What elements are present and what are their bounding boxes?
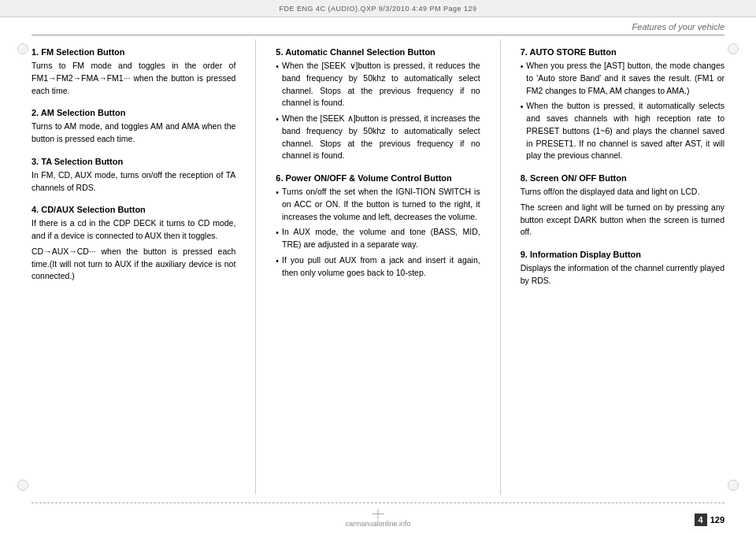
corner-circle-tl [17, 43, 28, 54]
sec7-bullet1: • When you press the [AST] button, the m… [521, 60, 724, 97]
sec8-title: 8. Screen ON/ OFF Button [521, 173, 724, 183]
section-info-display: 9. Information Display Button Displays t… [521, 250, 724, 287]
bullet-dot: • [276, 61, 279, 109]
sec1-body: Turns to FM mode and toggles in the orde… [32, 60, 235, 97]
sec1-text: Turns to FM mode and toggles in the orde… [32, 60, 235, 97]
sec8-text1: Turns off/on the displayed data and ligh… [521, 186, 724, 198]
right-column: 7. AUTO STORE Button • When you press th… [521, 39, 724, 495]
sec5-bullet1: • When the [SEEK ∨]button is pressed, it… [276, 60, 480, 109]
sec7-bullet1-text: When you press the [AST] button, the mod… [526, 60, 724, 97]
section-auto-store: 7. AUTO STORE Button • When you press th… [521, 47, 724, 162]
sec6-bullet3-text: If you pull out AUX from a jack and inse… [282, 254, 480, 280]
header-line [32, 35, 724, 35]
sec5-bullet1-text: When the [SEEK ∨]button is pressed, it r… [282, 60, 480, 109]
section-screen-onoff: 8. Screen ON/ OFF Button Turns off/on th… [521, 173, 724, 239]
sec9-title: 9. Information Display Button [521, 250, 724, 259]
sec6-bullet1-text: Turns on/off the set when the IGNI-TION … [282, 186, 480, 223]
bottom-dashed-line [32, 502, 724, 503]
bullet-dot: • [521, 101, 524, 162]
column-divider-2 [500, 39, 501, 495]
page-number: 129 [710, 515, 724, 525]
sec1-title: 1. FM Selection Button [32, 47, 235, 57]
sec4-text1: If there is a cd in the CDP DECK it turn… [32, 217, 235, 243]
sec6-bullet2-text: In AUX mode, the volume and tone (BASS, … [282, 226, 480, 251]
column-divider-1 [255, 39, 256, 495]
sec5-body: • When the [SEEK ∨]button is pressed, it… [276, 60, 480, 162]
sec5-bullet2: • When the [SEEK ∧]button is pressed, it… [276, 113, 480, 162]
page-number-area: 4 129 [695, 514, 724, 526]
sec4-body: If there is a cd in the CDP DECK it turn… [32, 217, 235, 283]
file-info: FDE ENG 4C (AUDIO).QXP 9/3/2010 4:49 PM … [280, 5, 477, 13]
section-auto-channel: 5. Automatic Channel Selection Button • … [276, 47, 480, 162]
sec6-title: 6. Power ON/OFF & Volume Control Button [276, 173, 480, 183]
sec4-title: 4. CD/AUX Selection Button [32, 205, 235, 214]
sec7-bullet2: • When the button is pressed, it automat… [521, 100, 724, 162]
sec7-body: • When you press the [AST] button, the m… [521, 60, 724, 162]
corner-circle-br [728, 480, 739, 491]
sec2-text: Turns to AM mode, and toggles AM and AMA… [32, 121, 235, 146]
sec9-text: Displays the information of the channel … [521, 262, 724, 287]
sec2-body: Turns to AM mode, and toggles AM and AMA… [32, 121, 235, 146]
sec7-bullet2-text: When the button is pressed, it automatic… [526, 100, 724, 162]
corner-circle-tr [728, 43, 739, 54]
sec3-body: In FM, CD, AUX mode, turns on/off the re… [32, 169, 235, 195]
sec5-title: 5. Automatic Channel Selection Button [276, 47, 480, 57]
sec6-bullet3: • If you pull out AUX from a jack and in… [276, 254, 480, 280]
sec5-bullet2-text: When the [SEEK ∧]button is pressed, it i… [282, 113, 480, 162]
bullet-dot: • [276, 255, 279, 280]
bottom-bar: 4 129 carmanualonline.info [0, 499, 756, 534]
sec7-title: 7. AUTO STORE Button [521, 47, 724, 57]
sec8-text2: The screen and light will be turned on b… [521, 202, 724, 239]
bullet-dot: • [276, 227, 279, 251]
sec6-bullet1: • Turns on/off the set when the IGNI-TIO… [276, 186, 480, 223]
bullet-dot: • [276, 187, 279, 223]
sec6-bullet2: • In AUX mode, the volume and tone (BASS… [276, 226, 480, 251]
middle-column: 5. Automatic Channel Selection Button • … [276, 39, 480, 495]
bullet-dot: • [276, 113, 279, 162]
corner-circle-bl [17, 480, 28, 491]
bullet-dot: • [521, 61, 524, 97]
top-bar: FDE ENG 4C (AUDIO).QXP 9/3/2010 4:49 PM … [0, 0, 756, 17]
content-area: 1. FM Selection Button Turns to FM mode … [32, 39, 724, 495]
sec4-text2: CD→AUX→CD··· when the button is pressed … [32, 246, 235, 283]
sec9-body: Displays the information of the channel … [521, 262, 724, 287]
section-power-volume: 6. Power ON/OFF & Volume Control Button … [276, 173, 480, 279]
section-cdaux-selection: 4. CD/AUX Selection Button If there is a… [32, 205, 235, 283]
sec8-body: Turns off/on the displayed data and ligh… [521, 186, 724, 239]
section-ta-selection: 3. TA Selection Button In FM, CD, AUX mo… [32, 157, 235, 195]
left-column: 1. FM Selection Button Turns to FM mode … [32, 39, 235, 495]
center-cross-v [378, 509, 379, 519]
watermark-logo: carmanualonline.info [345, 520, 410, 528]
sec6-body: • Turns on/off the set when the IGNI-TIO… [276, 186, 480, 279]
sec3-title: 3. TA Selection Button [32, 157, 235, 166]
sec2-title: 2. AM Selection Button [32, 108, 235, 117]
section-header: Features of your vehicle [632, 22, 724, 32]
sec3-text: In FM, CD, AUX mode, turns on/off the re… [32, 169, 235, 195]
chapter-number: 4 [695, 514, 707, 526]
page-container: FDE ENG 4C (AUDIO).QXP 9/3/2010 4:49 PM … [0, 0, 756, 534]
section-am-selection: 2. AM Selection Button Turns to AM mode,… [32, 108, 235, 146]
section-fm-selection: 1. FM Selection Button Turns to FM mode … [32, 47, 235, 97]
